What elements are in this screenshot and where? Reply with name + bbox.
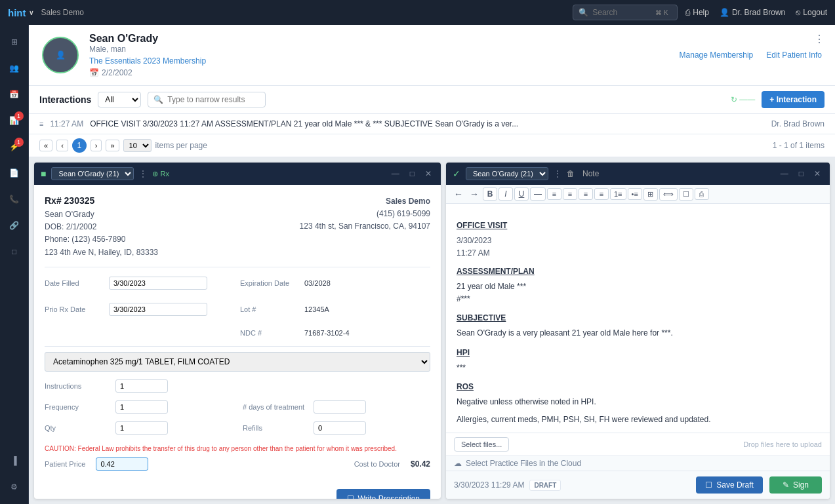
- rx-restore-button[interactable]: □: [407, 168, 417, 180]
- page-next-button[interactable]: ›: [91, 140, 102, 151]
- toolbar-forward-button[interactable]: →: [467, 187, 481, 201]
- toolbar-table-button[interactable]: ⊞: [643, 188, 658, 201]
- toolbar-print-button[interactable]: ⎙: [695, 188, 709, 200]
- rx-close-button[interactable]: ✕: [422, 168, 434, 180]
- refills-row: Refills: [243, 421, 430, 435]
- note-panel-menu[interactable]: ⋮: [554, 169, 561, 178]
- sidebar-item-users[interactable]: 👥: [3, 56, 26, 80]
- qty-input[interactable]: [115, 421, 168, 435]
- note-minimize-button[interactable]: —: [778, 168, 791, 180]
- drug-select[interactable]: Acetaminophen 325 mg/1 TABLET, FILM COAT…: [45, 352, 430, 372]
- rx-patient-select[interactable]: Sean O'Grady (21): [51, 167, 134, 180]
- frequency-input[interactable]: [115, 400, 168, 414]
- instructions-row: Instructions: [45, 379, 232, 393]
- interactions-title: Interactions: [39, 94, 91, 105]
- rx-minimize-button[interactable]: —: [389, 168, 402, 180]
- app-logo[interactable]: hint ∨: [8, 7, 33, 18]
- toolbar-italic-button[interactable]: I: [499, 187, 513, 201]
- toolbar-link-button[interactable]: ⟺: [659, 188, 678, 201]
- logout-button[interactable]: ⎋ Logout: [796, 8, 827, 17]
- toolbar-list-ul-button[interactable]: •≡: [628, 188, 642, 200]
- sidebar-item-chart[interactable]: 📊 1: [3, 109, 26, 132]
- pagination-bar: « ‹ 1 › » 10 25 50 items per page 1 - 1 …: [29, 134, 835, 157]
- search-input[interactable]: [592, 8, 651, 17]
- patient-price-input[interactable]: [96, 457, 148, 471]
- drop-zone-label: Drop files here to upload: [743, 440, 822, 448]
- sidebar-item-barchart[interactable]: ▐: [3, 449, 26, 473]
- sidebar-item-phone[interactable]: 📞: [3, 187, 26, 211]
- interactions-search-input[interactable]: [167, 95, 259, 104]
- interaction-provider: Dr. Brad Brown: [771, 119, 825, 128]
- write-prescription-button[interactable]: ☐ Write Prescription: [336, 489, 430, 499]
- sidebar-item-calendar[interactable]: 📅: [3, 83, 26, 106]
- logo-chevron: ∨: [29, 9, 33, 16]
- select-files-button[interactable]: Select files...: [454, 437, 509, 452]
- note-panel-header: ✓ Sean O'Grady (21) ⋮ 🗑 Note — □ ✕: [446, 163, 830, 185]
- manage-membership-button[interactable]: Manage Membership: [680, 50, 754, 60]
- cost-to-doctor-value: $0.42: [411, 459, 430, 469]
- global-search[interactable]: 🔍 ⌘ K: [573, 5, 678, 20]
- interactions-filter[interactable]: All Notes Rx Lab: [98, 92, 141, 107]
- main-content: 👤 Sean O'Grady Male, man The Essentials …: [29, 25, 835, 504]
- note-panel: ✓ Sean O'Grady (21) ⋮ 🗑 Note — □ ✕: [446, 163, 830, 499]
- note-footer: 3/30/2023 11:29 AM DRAFT ☐ Save Draft ✎ …: [446, 471, 830, 499]
- search-icon: 🔍: [579, 8, 588, 17]
- toolbar-strikethrough-button[interactable]: —: [530, 187, 546, 201]
- note-toolbar: ← → B I U — ≡ ≡ ≡ ≡ 1≡ •≡ ⊞ ⟺ ☐ ⎙: [446, 185, 830, 204]
- draft-badge: DRAFT: [529, 480, 561, 491]
- expiration-group: Expiration Date 03/2028: [240, 273, 430, 294]
- toolbar-bold-button[interactable]: B: [483, 187, 497, 201]
- toolbar-align-justify-button[interactable]: ≡: [594, 188, 609, 200]
- toolbar-align-right-button[interactable]: ≡: [579, 188, 593, 200]
- note-close-button[interactable]: ✕: [811, 168, 823, 180]
- toolbar-align-center-button[interactable]: ≡: [563, 188, 577, 200]
- rx-panel-header: ■ Sean O'Grady (21) ⋮ ⊕ Rx — □ ✕: [34, 163, 441, 185]
- rx-panel-menu[interactable]: ⋮: [139, 169, 147, 178]
- expiration-value: 03/2028: [304, 279, 331, 287]
- sidebar-item-links[interactable]: 🔗: [3, 214, 26, 237]
- toolbar-list-ol-button[interactable]: 1≡: [610, 188, 626, 200]
- page-prev-button[interactable]: ‹: [56, 140, 68, 151]
- prior-rx-group: Prio Rx Date: [45, 299, 235, 320]
- days-input[interactable]: [314, 400, 366, 414]
- edit-patient-info-button[interactable]: Edit Patient Info: [766, 50, 822, 60]
- lot-group: Lot # 12345A: [240, 299, 430, 320]
- prior-rx-label: Prio Rx Date: [45, 305, 104, 313]
- prior-rx-input[interactable]: [109, 303, 207, 316]
- items-per-page-select[interactable]: 10 25 50: [123, 139, 152, 152]
- save-draft-button[interactable]: ☐ Save Draft: [696, 476, 763, 494]
- current-page[interactable]: 1: [72, 138, 87, 153]
- interactions-search-box[interactable]: 🔍: [148, 92, 266, 107]
- days-label: # days of treatment: [243, 403, 308, 411]
- note-restore-button[interactable]: □: [796, 168, 806, 180]
- date-filled-label: Date Filled: [45, 279, 104, 287]
- sidebar-item-settings[interactable]: ⚙: [3, 475, 26, 499]
- page-first-button[interactable]: «: [39, 140, 52, 151]
- sign-button[interactable]: ✎ Sign: [769, 476, 822, 494]
- ros-title: ROS: [457, 381, 819, 393]
- instructions-input[interactable]: [115, 379, 168, 393]
- patient-menu-button[interactable]: ⋮: [814, 33, 825, 45]
- page-last-button[interactable]: »: [106, 140, 119, 151]
- toolbar-underline-button[interactable]: U: [514, 187, 529, 201]
- sidebar-item-square[interactable]: □: [3, 240, 26, 263]
- help-button[interactable]: ⎙ Help: [685, 8, 709, 17]
- refresh-button[interactable]: ↻ ——: [731, 95, 755, 104]
- note-patient-select[interactable]: Sean O'Grady (21): [466, 167, 548, 180]
- sidebar-item-activity[interactable]: ⚡ 1: [3, 135, 26, 159]
- workspace-label: Sales Demo: [41, 8, 84, 17]
- sidebar-item-documents[interactable]: 📄: [3, 161, 26, 185]
- toolbar-image-button[interactable]: ☐: [679, 188, 693, 201]
- note-files: Select files... Drop files here to uploa…: [446, 433, 830, 456]
- sidebar-item-grid[interactable]: ⊞: [3, 30, 26, 54]
- interactions-filter-select[interactable]: All Notes Rx Lab: [98, 92, 141, 107]
- user-menu[interactable]: 👤 Dr. Brad Brown: [720, 8, 785, 17]
- rx-panel-icon-rx[interactable]: ⊕ Rx: [152, 170, 169, 178]
- toolbar-align-left-button[interactable]: ≡: [547, 188, 561, 200]
- note-delete-button[interactable]: 🗑: [567, 169, 575, 178]
- date-filled-input[interactable]: [109, 277, 207, 290]
- add-interaction-button[interactable]: + Interaction: [762, 91, 825, 108]
- toolbar-back-button[interactable]: ←: [451, 187, 466, 201]
- refills-input[interactable]: [314, 421, 366, 435]
- interaction-list-item[interactable]: ≡ 11:27 AM OFFICE VISIT 3/30/2023 11:27 …: [29, 114, 835, 134]
